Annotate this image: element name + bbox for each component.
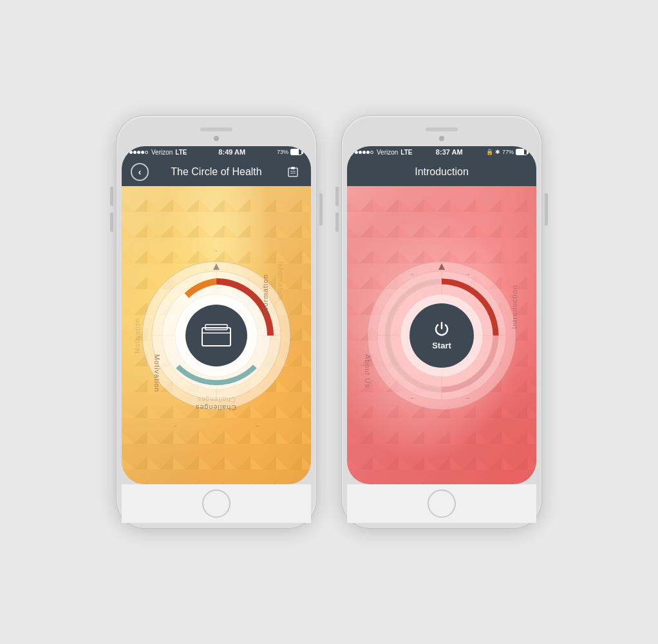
network-2: LTE: [400, 149, 412, 156]
nav-clipboard-icon[interactable]: [284, 163, 302, 181]
status-right-1: 73%: [277, 149, 303, 155]
bt-icon: ✱: [495, 149, 500, 155]
signal-dots-2: [355, 151, 373, 154]
dot3: [137, 151, 140, 154]
phone-bottom-2: [347, 484, 536, 523]
phone-bottom-1: [122, 484, 311, 523]
front-camera-2: [439, 136, 444, 141]
back-button-1[interactable]: ‹: [131, 163, 149, 181]
carrier-2: Verizon: [377, 149, 398, 156]
vol-up-button: [110, 187, 113, 206]
dot3-2: [362, 151, 366, 154]
dot5: [145, 151, 148, 154]
svg-rect-1: [291, 167, 295, 169]
status-left-2: Verizon LTE: [355, 149, 413, 156]
phone-top-area: [122, 125, 311, 146]
dot4-2: [366, 151, 370, 154]
power-button-2: [545, 193, 548, 225]
battery-pct-1: 73%: [277, 149, 288, 155]
label-challenges: Challenges: [197, 396, 236, 403]
battery-pct-2: 77%: [502, 149, 514, 155]
time-1: 8:49 AM: [218, 148, 245, 156]
circle-diagram-1: Information Motivation Challenges: [139, 258, 294, 413]
center-icon-1: [185, 305, 247, 366]
nav-title-2: Introduction: [374, 166, 509, 178]
start-button[interactable]: Start: [409, 303, 474, 368]
vol-down-button-2: [335, 213, 339, 232]
status-right-2: 🔒 ✱ 77%: [486, 149, 529, 155]
phone-2: Verizon LTE 8:37 AM 🔒 ✱ 77% Introduction: [342, 116, 541, 528]
content-1: Information Motivation Challenges Inform…: [122, 186, 311, 484]
signal-dots: [129, 151, 148, 154]
start-label: Start: [432, 341, 451, 350]
phone-top-area-2: [347, 125, 536, 146]
power-button: [319, 193, 323, 225]
lock-icon: 🔒: [486, 149, 493, 155]
dot1-2: [355, 151, 358, 154]
power-icon: [433, 320, 451, 338]
svg-text:→: →: [464, 270, 471, 278]
dot1: [129, 151, 133, 154]
back-chevron: ‹: [138, 167, 142, 177]
battery-icon-1: [290, 149, 303, 155]
dot5-2: [370, 151, 373, 154]
status-bar-1: Verizon LTE 8:49 AM 73%: [122, 146, 311, 158]
speaker-2: [426, 128, 458, 131]
phone-1: Verizon LTE 8:49 AM 73% ‹ The Circle of …: [117, 116, 316, 528]
nav-title-1: The Circle of Health: [149, 166, 284, 178]
svg-text:←: ←: [409, 394, 416, 401]
label-motivation: Motivation: [134, 317, 141, 354]
dot2: [133, 151, 136, 154]
content-2: ← → ← →: [347, 186, 536, 484]
network-1: LTE: [175, 149, 187, 156]
home-button-1[interactable]: [202, 489, 230, 518]
dot4: [141, 151, 144, 154]
phone-screen-2: Verizon LTE 8:37 AM 🔒 ✱ 77% Introduction: [347, 146, 536, 484]
time-2: 8:37 AM: [436, 148, 463, 156]
dot2-2: [359, 151, 362, 154]
home-button-2[interactable]: [428, 489, 456, 518]
nav-bar-1: ‹ The Circle of Health: [122, 158, 311, 186]
front-camera: [214, 136, 219, 141]
vol-down-button: [110, 213, 113, 232]
nav-bar-2: Introduction: [347, 158, 536, 186]
svg-rect-12: [202, 328, 230, 346]
phone-screen-1: Verizon LTE 8:49 AM 73% ‹ The Circle of …: [122, 146, 311, 484]
speaker: [200, 128, 232, 131]
carrier-1: Verizon: [151, 149, 173, 156]
label-information: Information: [277, 261, 284, 300]
battery-icon-2: [516, 149, 529, 155]
vol-up-button-2: [335, 187, 339, 206]
status-left-1: Verizon LTE: [129, 149, 187, 156]
status-bar-2: Verizon LTE 8:37 AM 🔒 ✱ 77%: [347, 146, 536, 158]
circle-diagram-2: ← → ← →: [364, 258, 519, 413]
svg-text:←: ←: [409, 270, 416, 278]
svg-text:→: →: [464, 394, 471, 401]
